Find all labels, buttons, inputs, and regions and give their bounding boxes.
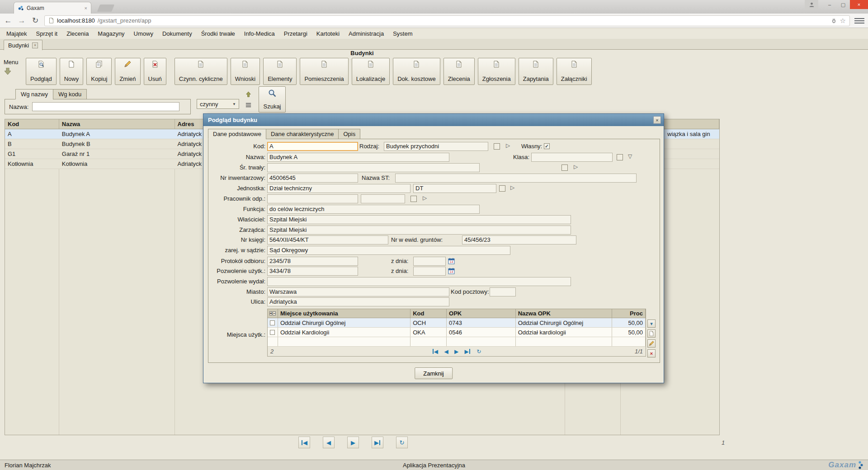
- pozwolenie-date-field[interactable]: [413, 267, 446, 276]
- funkcja-field[interactable]: do celów leczniczych: [267, 205, 480, 214]
- rodzaj-lookup-button[interactable]: [494, 143, 500, 150]
- ulica-field[interactable]: Adriatycka: [267, 297, 449, 306]
- tab-opis[interactable]: Opis: [338, 129, 360, 139]
- menu-dokumenty[interactable]: Dokumenty: [158, 29, 197, 38]
- toolbar-button-czynn-cykliczne[interactable]: Czynn. cykliczne: [175, 58, 227, 85]
- plug-icon[interactable]: [830, 17, 837, 24]
- menu-block[interactable]: Menu: [4, 58, 23, 75]
- usage-first-page-button[interactable]: ◀: [432, 348, 438, 355]
- workspace-tab-close-icon[interactable]: ×: [32, 42, 38, 48]
- browser-tab-close-icon[interactable]: ×: [85, 5, 87, 11]
- usage-refresh-button[interactable]: ↻: [476, 348, 481, 355]
- sr-trwaly-field[interactable]: [267, 163, 480, 172]
- bookmark-star-icon[interactable]: ☆: [840, 17, 846, 25]
- close-window-button[interactable]: ×: [850, 0, 868, 9]
- usage-delete-button[interactable]: ×: [647, 349, 656, 357]
- last-page-button[interactable]: ▶: [372, 437, 383, 448]
- menu-info-medica[interactable]: Info-Medica: [240, 29, 279, 38]
- tab-wg-nazwy[interactable]: Wg nazwy: [15, 89, 53, 99]
- klasa-lookup-button[interactable]: [617, 154, 623, 160]
- back-button[interactable]: ←: [4, 16, 13, 25]
- zarzadca-field[interactable]: Szpital Miejski: [267, 226, 571, 235]
- toolbar-button-zalaczniki[interactable]: Załączniki: [557, 58, 592, 85]
- profile-icon[interactable]: [805, 0, 818, 9]
- header-kod[interactable]: Kod: [5, 119, 59, 129]
- nr-ksiegi-field[interactable]: 564/XII/454/KT: [267, 235, 388, 244]
- toolbar-button-zgloszenia[interactable]: Zgłoszenia: [478, 58, 515, 85]
- pozwolenie-wydal-field[interactable]: [267, 277, 571, 286]
- status-filter-select[interactable]: czynny ▼: [197, 99, 239, 109]
- toolbar-button-zapytania[interactable]: Zapytania: [519, 58, 553, 85]
- toolbar-button-zlecenia[interactable]: Zlecenia: [443, 58, 475, 85]
- pracownik-open-icon[interactable]: ▷: [423, 195, 427, 201]
- tab-wg-kodu[interactable]: Wg kodu: [53, 89, 87, 99]
- dialog-close-icon[interactable]: ×: [653, 116, 661, 124]
- kod-field[interactable]: A: [267, 142, 358, 151]
- pozwolenie-uzytk-field[interactable]: 3434/78: [267, 267, 358, 276]
- klasa-dropdown-icon[interactable]: ▽: [628, 153, 632, 160]
- reload-button[interactable]: ↻: [31, 16, 40, 25]
- jednostka-field[interactable]: Dział techniczny: [267, 184, 410, 193]
- toolbar-button-pomieszczenia[interactable]: Pomieszczenia: [300, 58, 348, 85]
- zarej-w-sadzie-field[interactable]: Sąd Okręgowy: [267, 246, 510, 255]
- forward-button[interactable]: →: [17, 16, 26, 25]
- usage-select-button[interactable]: ▾: [647, 320, 656, 328]
- nr-inwentarzowy-field[interactable]: 45006545: [267, 174, 358, 183]
- close-dialog-button[interactable]: Zamknij: [415, 367, 453, 379]
- kod-pocztowy-field[interactable]: [490, 287, 516, 296]
- browser-menu-icon[interactable]: [854, 18, 864, 24]
- next-page-button[interactable]: ▶: [347, 437, 359, 448]
- menu-sprzet-it[interactable]: Sprzęt it: [32, 29, 62, 38]
- nr-ewid-field[interactable]: 45/456/23: [462, 235, 576, 244]
- tab-dane-podstawowe[interactable]: Dane podstawowe: [208, 129, 266, 139]
- wlasny-checkbox[interactable]: [544, 143, 550, 149]
- calendar-icon[interactable]: [448, 268, 455, 274]
- miasto-field[interactable]: Warszawa: [267, 287, 449, 296]
- toolbar-button-wnioski[interactable]: Wnioski: [231, 58, 260, 85]
- menu-umowy[interactable]: Umowy: [129, 29, 158, 38]
- jednostka-code-field[interactable]: DT: [413, 184, 496, 193]
- first-page-button[interactable]: ◀: [298, 437, 310, 448]
- usage-prev-page-button[interactable]: ◀: [444, 348, 448, 355]
- search-name-input[interactable]: [32, 102, 179, 111]
- dialog-titlebar[interactable]: Podgląd budynku: [203, 114, 664, 126]
- menu-kartoteki[interactable]: Kartoteki: [312, 29, 344, 38]
- rodzaj-open-icon[interactable]: ▷: [506, 142, 510, 149]
- toolbar-button-usun[interactable]: Usuń: [144, 58, 166, 85]
- workspace-tab-budynki[interactable]: Budynki ×: [4, 40, 42, 50]
- usage-edit-button[interactable]: [647, 339, 656, 348]
- toolbar-button-dok-kosztowe[interactable]: Dok. kosztowe: [393, 58, 440, 85]
- expand-collapse-icons[interactable]: +−: [268, 309, 278, 318]
- usage-add-button[interactable]: [647, 329, 656, 338]
- usage-next-page-button[interactable]: ▶: [454, 348, 458, 355]
- sort-button[interactable]: [244, 90, 252, 99]
- menu-arrow-icon[interactable]: [4, 68, 12, 75]
- tab-dane-charakterystyczne[interactable]: Dane charakterystyczne: [266, 129, 339, 139]
- sr-trwaly-open-icon[interactable]: ▷: [574, 164, 578, 170]
- toolbar-button-lokalizacje[interactable]: Lokalizacje: [352, 58, 390, 85]
- browser-tab[interactable]: Gaxam ×: [14, 2, 91, 14]
- pracownik-odp-field2[interactable]: [361, 194, 405, 203]
- refresh-button[interactable]: ↻: [396, 437, 408, 448]
- maximize-button[interactable]: ▢: [836, 0, 850, 9]
- usage-last-page-button[interactable]: ▶: [465, 348, 471, 355]
- menu-srodki-trwale[interactable]: Środki trwałe: [197, 29, 240, 38]
- toolbar-button-zmien[interactable]: Zmień: [115, 58, 140, 85]
- protokol-odbioru-field[interactable]: 2345/78: [267, 257, 358, 266]
- usage-grid-row[interactable]: Oddział Kardiologii OKA 0546 Oddział kar…: [268, 328, 646, 337]
- search-button[interactable]: Szukaj: [259, 86, 286, 113]
- prev-page-button[interactable]: ◀: [323, 437, 335, 448]
- menu-magazyny[interactable]: Magazyny: [93, 29, 129, 38]
- rodzaj-field[interactable]: Budynek przychodni: [384, 142, 488, 151]
- list-button[interactable]: [244, 101, 252, 109]
- header-nazwa[interactable]: Nazwa: [59, 119, 175, 129]
- row-checkbox[interactable]: [270, 330, 275, 335]
- toolbar-button-kopiuj[interactable]: Kopiuj: [86, 58, 112, 85]
- klasa-field[interactable]: [531, 153, 613, 162]
- jednostka-open-icon[interactable]: ▷: [510, 184, 514, 191]
- toolbar-button-nowy[interactable]: Nowy: [60, 58, 84, 85]
- pracownik-odp-field[interactable]: [267, 194, 358, 203]
- menu-zlecenia[interactable]: Zlecenia: [62, 29, 93, 38]
- menu-system[interactable]: System: [388, 29, 417, 38]
- wlasciciel-field[interactable]: Szpital Miejski: [267, 215, 571, 224]
